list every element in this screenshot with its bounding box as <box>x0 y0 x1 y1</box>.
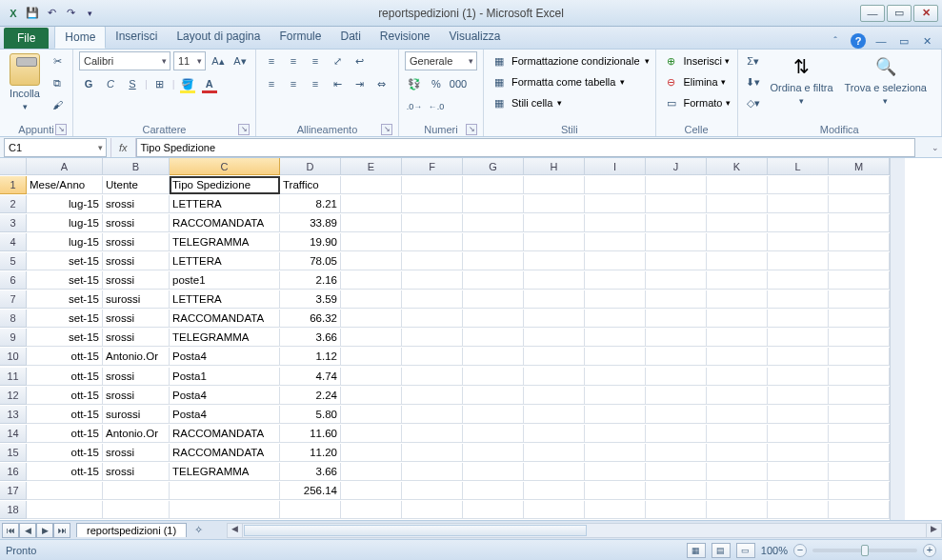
cell[interactable] <box>768 271 829 290</box>
cell[interactable] <box>646 252 707 270</box>
cell[interactable]: srossi <box>103 310 170 328</box>
cell[interactable] <box>524 387 585 405</box>
cell[interactable]: LETTERA <box>170 290 280 309</box>
cell[interactable]: 4.74 <box>280 368 341 386</box>
cell[interactable] <box>402 368 463 386</box>
cell[interactable] <box>170 501 280 519</box>
cell[interactable]: TELEGRAMMA <box>170 233 280 251</box>
cell[interactable]: 3.66 <box>280 463 341 481</box>
cell[interactable]: Traffico <box>280 176 341 194</box>
cell[interactable]: set-15 <box>27 252 103 270</box>
cell[interactable] <box>463 387 524 405</box>
tab-layout-di-pagina[interactable]: Layout di pagina <box>167 26 270 49</box>
cell[interactable] <box>341 368 402 386</box>
cell[interactable]: srossi <box>103 233 170 251</box>
cell[interactable]: 3.59 <box>280 290 341 309</box>
format-as-table-button[interactable]: ▦Formatta come tabella▾ <box>490 72 650 91</box>
cell[interactable] <box>402 387 463 405</box>
cell[interactable]: srossi <box>103 252 170 270</box>
cell[interactable] <box>463 271 524 290</box>
cell[interactable] <box>585 233 646 251</box>
column-header[interactable]: L <box>768 158 829 175</box>
cell[interactable] <box>707 501 768 519</box>
cell[interactable] <box>829 501 890 519</box>
page-break-view-icon[interactable]: ▭ <box>736 543 755 558</box>
format-cells-button[interactable]: ▭Formato▾ <box>662 93 731 112</box>
normal-view-icon[interactable]: ▦ <box>687 543 706 558</box>
cell[interactable] <box>768 463 829 481</box>
cell[interactable]: lug-15 <box>27 233 103 251</box>
file-tab[interactable]: File <box>4 28 49 49</box>
row-header[interactable]: 1 <box>0 176 27 194</box>
cell[interactable] <box>646 482 707 500</box>
column-header[interactable]: D <box>280 158 341 175</box>
underline-button[interactable]: S <box>123 74 142 93</box>
cell[interactable] <box>585 368 646 386</box>
cell[interactable] <box>524 233 585 251</box>
insert-cells-button[interactable]: ⊕Inserisci▾ <box>662 51 731 70</box>
cell[interactable] <box>646 425 707 443</box>
cell[interactable]: ott-15 <box>27 406 103 424</box>
cell[interactable] <box>341 271 402 290</box>
cell[interactable] <box>768 482 829 500</box>
indent-increase-icon[interactable]: ⇥ <box>350 74 369 93</box>
cell[interactable] <box>524 271 585 290</box>
cell[interactable] <box>707 233 768 251</box>
align-left-icon[interactable]: ≡ <box>262 74 281 93</box>
cell[interactable] <box>341 444 402 462</box>
cell[interactable] <box>402 195 463 213</box>
cell[interactable] <box>768 290 829 309</box>
zoom-in-button[interactable]: + <box>923 544 936 557</box>
tab-home[interactable]: Home <box>54 26 106 49</box>
align-middle-icon[interactable]: ≡ <box>284 51 303 70</box>
cell[interactable] <box>585 195 646 213</box>
cell[interactable] <box>524 195 585 213</box>
align-right-icon[interactable]: ≡ <box>306 74 325 93</box>
cell[interactable] <box>829 425 890 443</box>
row-header[interactable]: 12 <box>0 387 27 405</box>
undo-icon[interactable]: ↶ <box>44 6 59 21</box>
cell[interactable] <box>646 406 707 424</box>
font-color-icon[interactable]: A <box>200 74 219 93</box>
cell[interactable] <box>768 214 829 232</box>
row-header[interactable]: 11 <box>0 368 27 386</box>
autosum-icon[interactable]: Σ▾ <box>744 51 763 70</box>
increase-decimal-icon[interactable]: .0→ <box>405 97 424 116</box>
cell[interactable] <box>829 233 890 251</box>
fx-icon[interactable]: fx <box>110 138 136 157</box>
cell[interactable]: srossi <box>103 271 170 290</box>
copy-icon[interactable]: ⧉ <box>48 73 67 92</box>
redo-icon[interactable]: ↷ <box>63 6 78 21</box>
help-icon[interactable]: ? <box>851 33 866 49</box>
cell[interactable]: 256.14 <box>280 482 341 500</box>
zoom-slider[interactable] <box>812 549 917 552</box>
row-header[interactable]: 10 <box>0 348 27 366</box>
cell[interactable] <box>585 214 646 232</box>
zoom-level[interactable]: 100% <box>761 545 788 556</box>
cell[interactable] <box>829 387 890 405</box>
column-header[interactable]: A <box>27 158 103 175</box>
cell[interactable] <box>524 252 585 270</box>
number-format-combo[interactable]: Generale <box>405 51 477 70</box>
cell[interactable] <box>463 444 524 462</box>
cell[interactable] <box>463 310 524 328</box>
tab-dati[interactable]: Dati <box>331 26 370 49</box>
row-header[interactable]: 14 <box>0 425 27 443</box>
comma-icon[interactable]: 000 <box>449 74 468 93</box>
row-header[interactable]: 17 <box>0 482 27 500</box>
column-header[interactable]: B <box>103 158 170 175</box>
cell[interactable]: surossi <box>103 406 170 424</box>
align-center-icon[interactable]: ≡ <box>284 74 303 93</box>
cell[interactable] <box>829 290 890 309</box>
cell[interactable] <box>707 425 768 443</box>
row-header[interactable]: 4 <box>0 233 27 251</box>
cell[interactable] <box>402 348 463 366</box>
cell[interactable] <box>829 463 890 481</box>
cell[interactable] <box>463 233 524 251</box>
cell[interactable] <box>585 348 646 366</box>
cell[interactable] <box>524 501 585 519</box>
cell[interactable] <box>524 463 585 481</box>
new-sheet-icon[interactable]: ✧ <box>189 521 208 540</box>
cell[interactable] <box>707 310 768 328</box>
cell[interactable]: Tipo Spedizione <box>170 176 280 194</box>
